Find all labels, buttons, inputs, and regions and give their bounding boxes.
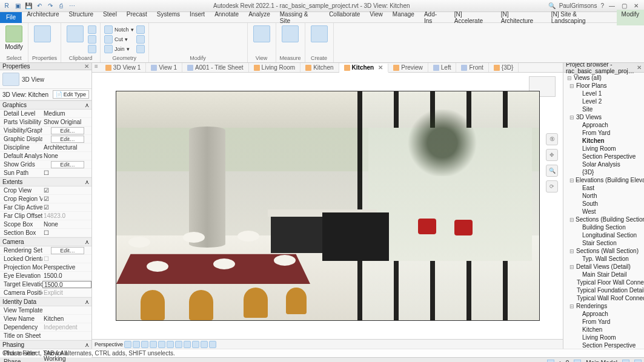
tabs-scroll-left-icon[interactable]: ≡ xyxy=(92,63,101,72)
prop-row[interactable]: DependencyIndependent xyxy=(0,323,91,332)
checkbox[interactable] xyxy=(42,255,91,262)
prop-section-header[interactable]: Identity Data xyxy=(2,298,36,305)
scale-icon[interactable] xyxy=(153,39,162,48)
tree-node[interactable]: Kitchen xyxy=(565,137,643,145)
view-tab[interactable]: Preview xyxy=(388,63,428,72)
prop-value[interactable]: None xyxy=(42,153,91,159)
prop-row[interactable]: Far Clip Active xyxy=(0,203,91,212)
search-icon[interactable]: 🔍 xyxy=(548,2,556,9)
ribbon-tab--n-accelerate[interactable]: [N] Accelerate xyxy=(450,10,496,25)
qat-more-icon[interactable]: ⋯ xyxy=(68,2,76,10)
prop-row[interactable]: Show GridsEdit… xyxy=(0,160,91,169)
edit-button[interactable]: Edit… xyxy=(51,247,84,254)
tree-node[interactable]: ⊟3D Views xyxy=(565,113,643,121)
undo-icon[interactable]: ↶ xyxy=(35,2,44,10)
trim-icon[interactable] xyxy=(206,25,216,35)
prop-row[interactable]: Visibility/Graphics O…Edit… xyxy=(0,127,91,135)
prop-value[interactable]: 1500.0 xyxy=(42,272,91,279)
ribbon-tab-manage[interactable]: Manage xyxy=(388,10,419,25)
view-tab[interactable]: 3D View 1 xyxy=(101,63,146,72)
prop-value[interactable]: Architectural xyxy=(42,144,91,151)
tab-close-icon[interactable]: ✕ xyxy=(378,64,383,71)
prop-row[interactable]: Scope BoxNone xyxy=(0,220,91,229)
prop-value[interactable]: 14823.0 xyxy=(42,212,91,219)
type-selector[interactable]: 3D View xyxy=(22,76,89,83)
ribbon-tab-modify[interactable]: Modify xyxy=(617,10,644,25)
offset-icon[interactable] xyxy=(166,39,176,48)
view-tab[interactable]: {3D} xyxy=(489,63,519,72)
main-model[interactable]: Main Model xyxy=(586,360,617,362)
steering-wheel-icon[interactable]: ⦿ xyxy=(546,133,558,145)
prop-section-header[interactable]: Phasing xyxy=(2,341,24,348)
view-tab[interactable]: Front xyxy=(456,63,488,72)
analytical-icon[interactable] xyxy=(201,341,208,348)
tree-node[interactable]: ⊟Renderings xyxy=(565,302,643,310)
filter-icon[interactable] xyxy=(574,360,581,363)
show-crop-icon[interactable] xyxy=(167,341,174,348)
tree-node[interactable]: From Yard xyxy=(565,318,643,326)
prop-value[interactable]: None xyxy=(42,221,91,228)
prop-row[interactable]: Crop Region Visible xyxy=(0,195,91,203)
match-icon[interactable] xyxy=(88,45,96,53)
temp-hide-icon[interactable] xyxy=(184,341,191,348)
tree-node[interactable]: Approach xyxy=(565,121,643,129)
delete-icon[interactable] xyxy=(206,39,216,48)
sun-path-icon[interactable] xyxy=(133,341,140,348)
prop-value[interactable]: Medium xyxy=(42,110,91,117)
checkbox[interactable] xyxy=(42,187,91,194)
tree-node[interactable]: ⊟Detail Views (Detail) xyxy=(565,263,643,271)
prop-row[interactable]: Sun Path xyxy=(0,169,91,177)
expand-icon[interactable]: ⊟ xyxy=(567,75,573,81)
prop-row[interactable]: Target Elevation1500.0 xyxy=(0,280,91,289)
rendered-view[interactable] xyxy=(116,91,540,321)
tree-node[interactable]: ⊟Views (all) xyxy=(565,74,643,82)
prop-row[interactable]: Far Clip Offset14823.0 xyxy=(0,212,91,220)
prop-value[interactable]: Independent xyxy=(42,324,91,331)
prop-section-header[interactable]: Extents xyxy=(2,179,22,185)
tree-node[interactable]: Typical Floor Wall Connection xyxy=(565,278,643,286)
viewport[interactable]: ⦿ ✥ 🔍 ⟳ xyxy=(92,73,563,339)
visual-style-icon[interactable] xyxy=(124,341,131,348)
prop-row[interactable]: Crop View xyxy=(0,186,91,195)
open-icon[interactable]: ▣ xyxy=(13,2,22,10)
file-tab[interactable]: File xyxy=(0,12,22,23)
ribbon-tab-view[interactable]: View xyxy=(365,10,388,25)
edit-type-button[interactable]: 📄Edit Type xyxy=(53,90,89,99)
prop-value[interactable]: Show Original xyxy=(42,119,91,125)
tree-node[interactable]: North xyxy=(565,192,643,200)
tree-node[interactable]: Site xyxy=(565,105,643,113)
prop-section-header[interactable]: Graphics xyxy=(2,102,27,108)
copy-icon[interactable] xyxy=(88,35,96,44)
tree-node[interactable]: Kitchen xyxy=(565,326,643,334)
rendering-icon[interactable] xyxy=(150,341,157,348)
edit-button[interactable]: Edit… xyxy=(51,127,84,134)
geom3-icon[interactable] xyxy=(136,45,145,53)
split-icon[interactable] xyxy=(219,25,229,35)
prop-row[interactable]: Title on Sheet xyxy=(0,332,91,340)
expand-icon[interactable]: ⊟ xyxy=(569,114,575,120)
pan-icon[interactable]: ✥ xyxy=(546,149,558,161)
tree-node[interactable]: West xyxy=(565,208,643,216)
prop-value[interactable]: Kitchen xyxy=(42,315,91,322)
view-tab[interactable]: View 1 xyxy=(146,63,182,72)
tree-node[interactable]: Typical Foundation Detail xyxy=(565,286,643,294)
redo-icon[interactable]: ↷ xyxy=(46,2,55,10)
checkbox[interactable] xyxy=(42,204,91,211)
checkbox[interactable] xyxy=(42,229,91,236)
prop-row[interactable]: Locked Orientation xyxy=(0,255,91,263)
prop-value[interactable]: Perspective xyxy=(42,264,91,271)
shadows-icon[interactable] xyxy=(141,341,148,348)
view-mode[interactable]: Perspective xyxy=(95,341,123,347)
prop-row[interactable]: Camera PositionExplicit xyxy=(0,289,91,297)
expand-icon[interactable]: ⊟ xyxy=(569,177,574,183)
view-icon[interactable] xyxy=(253,25,270,42)
tree-node[interactable]: Section Perspective xyxy=(565,341,643,349)
select-links-icon[interactable] xyxy=(547,360,554,363)
tree-node[interactable]: South xyxy=(565,200,643,208)
tree-node[interactable]: Level 2 xyxy=(565,97,643,105)
prop-row[interactable]: View Template xyxy=(0,306,91,315)
tree-node[interactable]: Section Perspective xyxy=(565,153,643,160)
view-tab[interactable]: Left xyxy=(428,63,457,72)
copy2-icon[interactable] xyxy=(166,25,176,35)
checkbox[interactable] xyxy=(42,196,91,202)
